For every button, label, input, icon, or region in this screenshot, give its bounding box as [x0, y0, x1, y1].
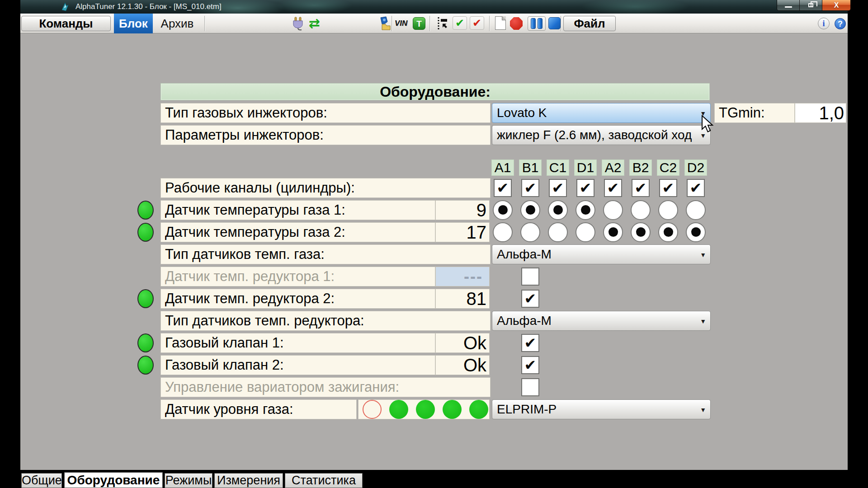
working-channel-checkbox-B1[interactable]: ✔ [521, 179, 539, 197]
gas-temp1-radio-D2[interactable] [686, 200, 706, 220]
restore-button[interactable] [800, 0, 822, 10]
reducer-temp1-checkbox[interactable] [521, 267, 539, 286]
reducer-temp-type-combo[interactable]: Альфа-М ▼ [492, 311, 711, 331]
gas-valve2-label: Газовый клапан 2: [160, 355, 435, 375]
minimize-icon [785, 6, 792, 8]
gas-temp1-radio-C2[interactable] [658, 200, 678, 220]
pause-icon[interactable] [528, 16, 546, 31]
chevron-down-icon: ▼ [700, 400, 706, 419]
gas-temp2-radio-C2[interactable] [658, 222, 678, 242]
working-channel-checkbox-A1[interactable]: ✔ [494, 179, 512, 197]
toolbar-separator [392, 16, 392, 31]
status-indicator-gas-valve1 [137, 333, 154, 352]
tab-modes[interactable]: Режимы [165, 473, 212, 488]
info-icon[interactable]: i [818, 18, 830, 29]
equipment-header: Оборудование: [160, 83, 710, 100]
gas-temp2-radios [491, 222, 711, 242]
gas-temp1-radio-A2[interactable] [603, 200, 623, 220]
sync-icon[interactable]: ⇄ [309, 16, 320, 31]
tab-equipment[interactable]: Оборудование [64, 472, 163, 488]
gas-temp1-radio-D1[interactable] [576, 200, 595, 220]
close-button[interactable]: X [822, 0, 850, 10]
tuner-t-badge[interactable]: T [413, 17, 425, 30]
toolbar-separator [561, 16, 561, 31]
record-stop-icon[interactable] [510, 17, 523, 30]
status-indicator-gas-temp1 [137, 201, 154, 220]
tab-statistics[interactable]: Статистика [285, 473, 363, 488]
working-channel-checkbox-D2[interactable]: ✔ [687, 179, 705, 197]
gas-level-circle-2-full [389, 400, 408, 419]
gas-temp2-radio-B2[interactable] [631, 222, 651, 242]
gas-temp2-radio-A1[interactable] [493, 222, 513, 242]
gas-temp2-radio-C1[interactable] [548, 222, 568, 242]
file-button[interactable]: Файл [563, 16, 616, 31]
gas-valve2-checkbox[interactable]: ✔ [521, 356, 539, 374]
commands-button[interactable]: Команды [21, 16, 111, 31]
gas-temp-type-value: Альфа-М [497, 247, 552, 261]
tab-general[interactable]: Общие [21, 473, 62, 488]
working-channel-checkbox-B2[interactable]: ✔ [632, 179, 650, 197]
injector-type-value: Lovato K [497, 106, 547, 120]
channel-header-D1: D1 [574, 160, 597, 176]
gas-temp2-radio-B1[interactable] [520, 222, 540, 242]
save-list-icon[interactable] [436, 16, 450, 33]
injector-params-value: жиклер F (2.6 мм), заводской ход [497, 128, 692, 142]
gas-temp-type-combo[interactable]: Альфа-М ▼ [492, 244, 711, 264]
working-channels-label: Рабочие каналы (цилиндры): [160, 178, 491, 198]
injector-params-label: Параметры инжекторов: [160, 125, 491, 145]
reducer-temp2-checkbox[interactable]: ✔ [521, 290, 539, 308]
tab-measurements[interactable]: Измерения [214, 473, 283, 488]
gas-level-circle-1-empty [363, 400, 382, 419]
gas-temp1-radio-B2[interactable] [631, 200, 651, 220]
gas-temp1-radio-B1[interactable] [520, 200, 540, 220]
gas-temp2-radio-A2[interactable] [603, 222, 623, 242]
bottom-tab-bar: Общие Оборудование Режимы Измерения Стат… [20, 470, 848, 488]
gas-temp1-radio-C1[interactable] [548, 200, 568, 220]
gas-valve1-value: Ok [435, 333, 490, 353]
vin-badge[interactable]: VIN [395, 16, 407, 31]
minimize-button[interactable] [777, 0, 800, 10]
reducer-temp-type-label: Тип датчиков темп. редуктора: [160, 311, 491, 331]
reducer-temp1-value: --- [435, 267, 490, 286]
gas-valve1-checkbox[interactable]: ✔ [521, 334, 539, 352]
tab-block[interactable]: Блок [114, 14, 153, 33]
new-document-icon[interactable] [495, 16, 506, 30]
ignition-variator-checkbox[interactable] [521, 378, 539, 396]
working-channel-checkbox-C1[interactable]: ✔ [549, 179, 567, 197]
tab-archive[interactable]: Архив [155, 14, 199, 33]
verify-green-check-icon[interactable]: ✔ [453, 16, 467, 30]
gas-level-indicators [358, 399, 490, 419]
verify-red-check-icon[interactable]: ✔ [470, 16, 484, 30]
reducer-temp1-label: Датчик темп. редуктора 1: [160, 267, 435, 286]
channel-header-B1: B1 [519, 160, 542, 176]
gas-temp2-radio-D2[interactable] [686, 222, 706, 242]
gas-level-combo[interactable]: ELPRIM-P ▼ [492, 399, 711, 419]
restore-icon [808, 3, 813, 7]
reducer-temp2-value: 81 [435, 289, 490, 309]
connect-plug-icon[interactable] [291, 16, 305, 33]
help-icon[interactable]: ? [835, 18, 846, 29]
gas-level-value: ELPRIM-P [497, 402, 557, 416]
gas-temp1-radio-A1[interactable] [493, 200, 513, 220]
pause-bar [531, 18, 536, 29]
working-channel-checkbox-D1[interactable]: ✔ [576, 179, 594, 197]
injector-type-combo[interactable]: Lovato K ▼ [492, 103, 711, 123]
channel-header-C2: C2 [657, 160, 679, 176]
working-channel-checkbox-A2[interactable]: ✔ [604, 179, 622, 197]
gas-level-label: Датчик уровня газа: [160, 399, 357, 419]
window-controls: X [777, 0, 851, 11]
working-channel-checkbox-C2[interactable]: ✔ [659, 179, 677, 197]
stop-square-icon[interactable] [548, 17, 561, 29]
channel-header-B2: B2 [629, 160, 652, 176]
close-icon: X [834, 1, 839, 9]
gas-temp1-label: Датчик температуры газа 1: [160, 200, 435, 220]
gas-temp2-radio-D1[interactable] [576, 222, 595, 242]
module-read-icon[interactable] [377, 16, 392, 33]
mouse-cursor [701, 115, 714, 136]
injector-params-combo[interactable]: жиклер F (2.6 мм), заводской ход ▼ [492, 125, 711, 145]
tgmin-label: TGmin: [714, 103, 795, 123]
reducer-temp2-label: Датчик темп. редуктора 2: [160, 289, 435, 309]
injector-type-label: Тип газовых инжекторов: [160, 103, 491, 123]
status-indicator-gas-valve2 [137, 356, 154, 375]
tgmin-value[interactable]: 1,0 [795, 103, 846, 123]
